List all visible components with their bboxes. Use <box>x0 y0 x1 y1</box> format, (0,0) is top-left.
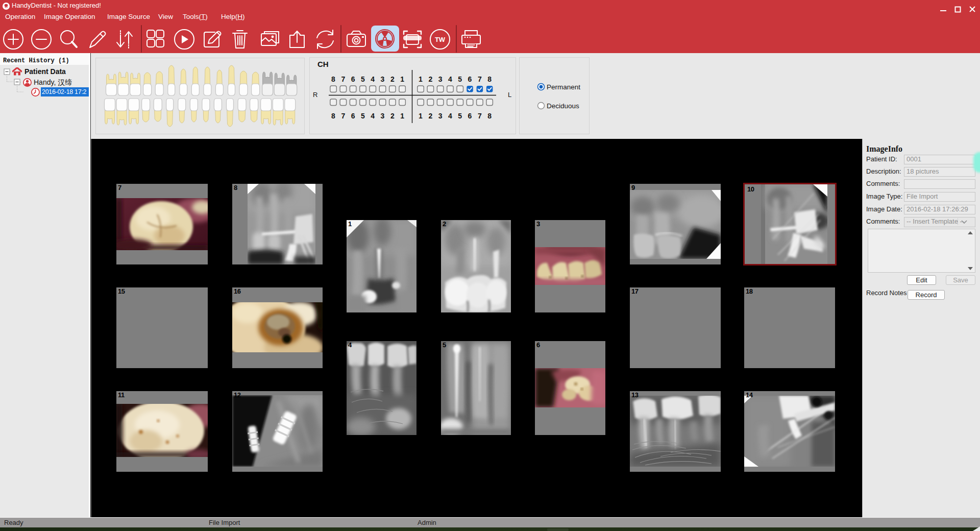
svg-text:5: 5 <box>458 75 462 83</box>
svg-text:2: 2 <box>390 75 395 83</box>
svg-text:3: 3 <box>438 75 443 83</box>
svg-text:8: 8 <box>487 75 492 83</box>
svg-text:4: 4 <box>371 75 375 83</box>
svg-text:CH: CH <box>317 60 329 68</box>
svg-text:R: R <box>313 91 317 99</box>
svg-text:8: 8 <box>331 75 335 83</box>
svg-text:8: 8 <box>331 112 335 120</box>
svg-text:6: 6 <box>468 75 472 83</box>
svg-text:3: 3 <box>438 112 443 120</box>
svg-text:7: 7 <box>478 112 482 120</box>
svg-text:2: 2 <box>428 112 432 120</box>
svg-text:2: 2 <box>390 112 395 120</box>
svg-text:6: 6 <box>468 112 472 120</box>
svg-text:5: 5 <box>458 112 462 120</box>
svg-text:Deciduous: Deciduous <box>547 102 579 110</box>
svg-text:5: 5 <box>361 112 365 120</box>
svg-text:6: 6 <box>351 112 355 120</box>
svg-text:5: 5 <box>361 75 365 83</box>
svg-text:1: 1 <box>400 112 404 120</box>
svg-text:4: 4 <box>371 112 375 120</box>
svg-text:Permanent: Permanent <box>547 83 580 91</box>
svg-text:7: 7 <box>478 75 482 83</box>
svg-text:1: 1 <box>400 75 404 83</box>
svg-text:7: 7 <box>341 75 345 83</box>
svg-text:1: 1 <box>419 75 423 83</box>
svg-text:2: 2 <box>428 75 432 83</box>
svg-text:3: 3 <box>381 112 385 120</box>
svg-text:3: 3 <box>381 75 385 83</box>
svg-text:8: 8 <box>487 112 492 120</box>
svg-text:L: L <box>508 91 511 99</box>
svg-text:4: 4 <box>448 75 452 83</box>
svg-text:6: 6 <box>351 75 355 83</box>
svg-text:4: 4 <box>448 112 452 120</box>
svg-text:1: 1 <box>419 112 423 120</box>
svg-text:7: 7 <box>341 112 345 120</box>
svg-text:TW: TW <box>435 36 446 43</box>
